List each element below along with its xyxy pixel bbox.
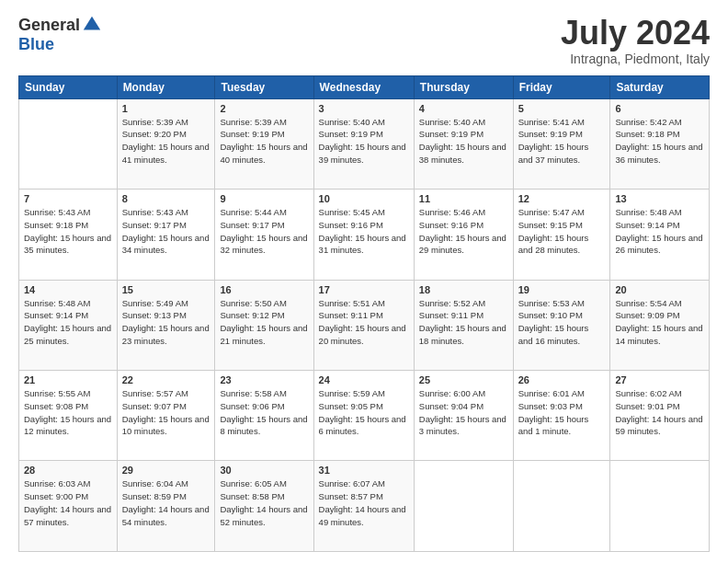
- calendar-cell: 8Sunrise: 5:43 AMSunset: 9:17 PMDaylight…: [117, 190, 215, 280]
- calendar-cell: 30Sunrise: 6:05 AMSunset: 8:58 PMDayligh…: [215, 461, 313, 552]
- day-info: Sunrise: 6:01 AMSunset: 9:03 PMDaylight:…: [518, 387, 606, 438]
- day-number: 1: [122, 103, 210, 114]
- calendar-cell: 23Sunrise: 5:58 AMSunset: 9:06 PMDayligh…: [215, 371, 313, 461]
- day-info: Sunrise: 6:04 AMSunset: 8:59 PMDaylight:…: [122, 477, 210, 528]
- day-info: Sunrise: 5:49 AMSunset: 9:13 PMDaylight:…: [122, 297, 210, 348]
- day-info: Sunrise: 5:39 AMSunset: 9:20 PMDaylight:…: [122, 116, 210, 167]
- page: General Blue July 2024 Intragna, Piedmon…: [0, 0, 728, 563]
- weekday-header-sunday: Sunday: [19, 75, 118, 98]
- day-number: 27: [615, 374, 704, 385]
- calendar-cell: 28Sunrise: 6:03 AMSunset: 9:00 PMDayligh…: [19, 461, 118, 552]
- day-number: 18: [419, 284, 508, 295]
- day-number: 3: [319, 103, 409, 114]
- day-info: Sunrise: 5:46 AMSunset: 9:16 PMDaylight:…: [419, 206, 508, 257]
- calendar-cell: 9Sunrise: 5:44 AMSunset: 9:17 PMDaylight…: [215, 190, 313, 280]
- calendar-cell: 24Sunrise: 5:59 AMSunset: 9:05 PMDayligh…: [313, 371, 414, 461]
- logo-blue-text: Blue: [18, 35, 54, 53]
- week-row-2: 14Sunrise: 5:48 AMSunset: 9:14 PMDayligh…: [19, 280, 710, 370]
- day-number: 11: [419, 193, 508, 204]
- day-info: Sunrise: 6:00 AMSunset: 9:04 PMDaylight:…: [419, 387, 508, 438]
- calendar-cell: 1Sunrise: 5:39 AMSunset: 9:20 PMDaylight…: [117, 98, 215, 189]
- calendar-cell: 3Sunrise: 5:40 AMSunset: 9:19 PMDaylight…: [313, 98, 414, 189]
- day-info: Sunrise: 5:45 AMSunset: 9:16 PMDaylight:…: [319, 206, 409, 257]
- day-info: Sunrise: 5:51 AMSunset: 9:11 PMDaylight:…: [319, 297, 409, 348]
- day-info: Sunrise: 6:03 AMSunset: 9:00 PMDaylight:…: [24, 477, 112, 528]
- day-number: 2: [220, 103, 308, 114]
- calendar-cell: 18Sunrise: 5:52 AMSunset: 9:11 PMDayligh…: [414, 280, 513, 370]
- day-info: Sunrise: 5:40 AMSunset: 9:19 PMDaylight:…: [319, 116, 409, 167]
- calendar-cell: 27Sunrise: 6:02 AMSunset: 9:01 PMDayligh…: [610, 371, 710, 461]
- day-number: 17: [319, 284, 409, 295]
- day-info: Sunrise: 5:55 AMSunset: 9:08 PMDaylight:…: [24, 387, 112, 438]
- month-title: July 2024: [561, 15, 710, 52]
- day-info: Sunrise: 5:42 AMSunset: 9:18 PMDaylight:…: [615, 116, 704, 167]
- header: General Blue July 2024 Intragna, Piedmon…: [18, 15, 710, 66]
- day-info: Sunrise: 5:47 AMSunset: 9:15 PMDaylight:…: [518, 206, 606, 257]
- calendar-cell: 7Sunrise: 5:43 AMSunset: 9:18 PMDaylight…: [19, 190, 118, 280]
- day-info: Sunrise: 5:52 AMSunset: 9:11 PMDaylight:…: [419, 297, 508, 348]
- day-number: 24: [319, 374, 409, 385]
- calendar-cell: 4Sunrise: 5:40 AMSunset: 9:19 PMDaylight…: [414, 98, 513, 189]
- calendar-cell: 22Sunrise: 5:57 AMSunset: 9:07 PMDayligh…: [117, 371, 215, 461]
- day-number: 16: [220, 284, 308, 295]
- weekday-header-thursday: Thursday: [414, 75, 513, 98]
- calendar-cell: 16Sunrise: 5:50 AMSunset: 9:12 PMDayligh…: [215, 280, 313, 370]
- calendar-cell: 19Sunrise: 5:53 AMSunset: 9:10 PMDayligh…: [513, 280, 610, 370]
- svg-marker-0: [84, 17, 100, 30]
- day-number: 13: [615, 193, 704, 204]
- calendar-cell: 17Sunrise: 5:51 AMSunset: 9:11 PMDayligh…: [313, 280, 414, 370]
- day-number: 29: [122, 465, 210, 476]
- calendar-cell: 6Sunrise: 5:42 AMSunset: 9:18 PMDaylight…: [610, 98, 710, 189]
- day-info: Sunrise: 5:39 AMSunset: 9:19 PMDaylight:…: [220, 116, 308, 167]
- calendar-cell: 31Sunrise: 6:07 AMSunset: 8:57 PMDayligh…: [313, 461, 414, 552]
- logo: General Blue: [18, 15, 102, 54]
- logo-icon: [82, 15, 102, 35]
- day-info: Sunrise: 6:05 AMSunset: 8:58 PMDaylight:…: [220, 477, 308, 528]
- week-row-0: 1Sunrise: 5:39 AMSunset: 9:20 PMDaylight…: [19, 98, 710, 189]
- day-number: 15: [122, 284, 210, 295]
- day-info: Sunrise: 6:02 AMSunset: 9:01 PMDaylight:…: [615, 387, 704, 438]
- day-number: 10: [319, 193, 409, 204]
- day-info: Sunrise: 5:41 AMSunset: 9:19 PMDaylight:…: [518, 116, 606, 167]
- day-info: Sunrise: 6:07 AMSunset: 8:57 PMDaylight:…: [319, 477, 409, 528]
- calendar-cell: 29Sunrise: 6:04 AMSunset: 8:59 PMDayligh…: [117, 461, 215, 552]
- day-number: 4: [419, 103, 508, 114]
- day-number: 31: [319, 465, 409, 476]
- weekday-header-tuesday: Tuesday: [215, 75, 313, 98]
- calendar-cell: [414, 461, 513, 552]
- day-number: 5: [518, 103, 606, 114]
- calendar-cell: 25Sunrise: 6:00 AMSunset: 9:04 PMDayligh…: [414, 371, 513, 461]
- calendar-cell: 20Sunrise: 5:54 AMSunset: 9:09 PMDayligh…: [610, 280, 710, 370]
- day-info: Sunrise: 5:53 AMSunset: 9:10 PMDaylight:…: [518, 297, 606, 348]
- calendar-cell: [513, 461, 610, 552]
- day-number: 26: [518, 374, 606, 385]
- day-info: Sunrise: 5:59 AMSunset: 9:05 PMDaylight:…: [319, 387, 409, 438]
- location: Intragna, Piedmont, Italy: [561, 52, 710, 66]
- calendar-cell: 15Sunrise: 5:49 AMSunset: 9:13 PMDayligh…: [117, 280, 215, 370]
- weekday-header-saturday: Saturday: [610, 75, 710, 98]
- week-row-1: 7Sunrise: 5:43 AMSunset: 9:18 PMDaylight…: [19, 190, 710, 280]
- day-number: 6: [615, 103, 704, 114]
- day-number: 22: [122, 374, 210, 385]
- day-info: Sunrise: 5:58 AMSunset: 9:06 PMDaylight:…: [220, 387, 308, 438]
- day-info: Sunrise: 5:48 AMSunset: 9:14 PMDaylight:…: [615, 206, 704, 257]
- day-number: 12: [518, 193, 606, 204]
- weekday-header-wednesday: Wednesday: [313, 75, 414, 98]
- calendar-cell: 21Sunrise: 5:55 AMSunset: 9:08 PMDayligh…: [19, 371, 118, 461]
- calendar-cell: 2Sunrise: 5:39 AMSunset: 9:19 PMDaylight…: [215, 98, 313, 189]
- day-info: Sunrise: 5:40 AMSunset: 9:19 PMDaylight:…: [419, 116, 508, 167]
- logo-general-text: General: [18, 16, 80, 35]
- calendar-cell: 12Sunrise: 5:47 AMSunset: 9:15 PMDayligh…: [513, 190, 610, 280]
- day-number: 21: [24, 374, 112, 385]
- week-row-3: 21Sunrise: 5:55 AMSunset: 9:08 PMDayligh…: [19, 371, 710, 461]
- day-number: 7: [24, 193, 112, 204]
- day-number: 19: [518, 284, 606, 295]
- day-number: 25: [419, 374, 508, 385]
- day-number: 9: [220, 193, 308, 204]
- day-number: 28: [24, 465, 112, 476]
- calendar-cell: 5Sunrise: 5:41 AMSunset: 9:19 PMDaylight…: [513, 98, 610, 189]
- title-block: July 2024 Intragna, Piedmont, Italy: [561, 15, 710, 66]
- calendar-cell: 26Sunrise: 6:01 AMSunset: 9:03 PMDayligh…: [513, 371, 610, 461]
- calendar-cell: 13Sunrise: 5:48 AMSunset: 9:14 PMDayligh…: [610, 190, 710, 280]
- day-info: Sunrise: 5:54 AMSunset: 9:09 PMDaylight:…: [615, 297, 704, 348]
